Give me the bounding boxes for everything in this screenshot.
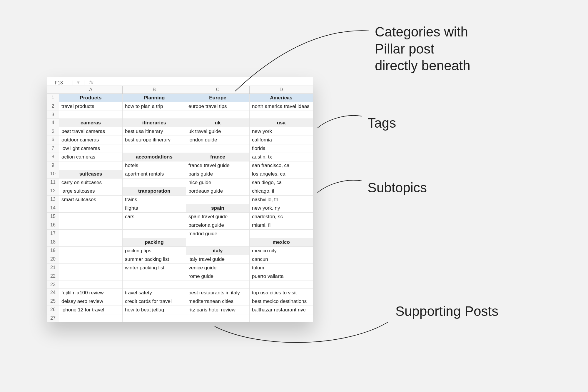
row-number[interactable]: 22 — [47, 272, 59, 281]
cell[interactable] — [123, 272, 186, 281]
cell[interactable]: balthazar restaurant nyc — [250, 306, 313, 314]
row-number[interactable]: 9 — [47, 161, 59, 170]
cell[interactable]: best travel cameras — [59, 127, 123, 136]
row-number[interactable]: 6 — [47, 136, 59, 144]
cell[interactable]: suitcases — [59, 170, 123, 178]
cell[interactable] — [186, 281, 250, 288]
cell[interactable]: north america travel ideas — [250, 102, 313, 111]
cell[interactable] — [186, 111, 250, 119]
row-number[interactable]: 16 — [47, 221, 59, 229]
row-number[interactable]: 8 — [47, 153, 59, 161]
cell[interactable]: cameras — [59, 119, 123, 127]
row-number[interactable]: 17 — [47, 230, 59, 238]
row-number[interactable]: 19 — [47, 247, 59, 255]
cell[interactable]: nice guide — [186, 179, 250, 187]
cell[interactable]: los angeles, ca — [250, 170, 313, 178]
cell[interactable]: miami, fl — [250, 221, 313, 229]
cell[interactable]: mexico city — [250, 247, 313, 255]
cell[interactable]: france — [186, 153, 250, 161]
cell[interactable]: Europe — [186, 94, 250, 102]
row-number[interactable]: 14 — [47, 204, 59, 212]
col-header-a[interactable]: A — [59, 86, 123, 94]
cell[interactable]: florida — [250, 144, 313, 153]
cell[interactable]: mexico — [250, 238, 313, 246]
cell[interactable]: transporation — [123, 187, 186, 195]
row-number[interactable]: 26 — [47, 306, 59, 314]
row-number[interactable]: 7 — [47, 144, 59, 153]
cell[interactable]: nashville, tn — [250, 196, 313, 204]
cell[interactable] — [59, 230, 123, 238]
cell[interactable] — [59, 264, 123, 272]
row-number[interactable]: 27 — [47, 314, 59, 322]
row-number[interactable]: 1 — [47, 94, 59, 102]
row-number[interactable]: 2 — [47, 102, 59, 111]
cell[interactable] — [123, 281, 186, 288]
cell[interactable]: ritz paris hotel review — [186, 306, 250, 314]
cell[interactable]: uk — [186, 119, 250, 127]
cell[interactable]: carry on suitcases — [59, 179, 123, 187]
cell[interactable] — [59, 213, 123, 221]
cell[interactable]: mediterranean cities — [186, 297, 250, 306]
cell[interactable]: usa — [250, 119, 313, 127]
cell[interactable]: travel products — [59, 102, 123, 111]
cell[interactable]: how to beat jetlag — [123, 306, 186, 314]
cell[interactable] — [59, 255, 123, 263]
cell[interactable]: flights — [123, 204, 186, 212]
cell[interactable]: credit cards for travel — [123, 297, 186, 306]
cell[interactable]: europe travel tips — [186, 102, 250, 111]
cell[interactable]: tulum — [250, 264, 313, 272]
cell[interactable] — [59, 161, 123, 170]
cell[interactable] — [250, 281, 313, 288]
cell[interactable] — [59, 111, 123, 119]
cell[interactable]: packing — [123, 238, 186, 246]
cell[interactable]: barcelona guide — [186, 221, 250, 229]
cell[interactable] — [123, 230, 186, 238]
cell[interactable] — [186, 196, 250, 204]
row-number[interactable]: 20 — [47, 255, 59, 263]
cell[interactable]: apartment rentals — [123, 170, 186, 178]
cell[interactable]: italy — [186, 247, 250, 255]
cell[interactable]: itineraries — [123, 119, 186, 127]
cell[interactable]: low light cameras — [59, 144, 123, 153]
cell[interactable]: delsey aero review — [59, 297, 123, 306]
cell[interactable]: outdoor cameras — [59, 136, 123, 144]
cell[interactable]: san diego, ca — [250, 179, 313, 187]
cell[interactable]: how to plan a trip — [123, 102, 186, 111]
cell[interactable]: Products — [59, 94, 123, 102]
cell[interactable]: spain travel guide — [186, 213, 250, 221]
cell[interactable] — [59, 314, 123, 322]
row-number[interactable]: 3 — [47, 111, 59, 119]
cell[interactable]: best restaurants in italy — [186, 289, 250, 297]
cell[interactable] — [123, 179, 186, 187]
cell[interactable]: rome guide — [186, 272, 250, 281]
row-number[interactable]: 12 — [47, 187, 59, 195]
cell[interactable]: california — [250, 136, 313, 144]
cell[interactable] — [186, 238, 250, 246]
cell[interactable]: hotels — [123, 161, 186, 170]
cell[interactable]: packing tips — [123, 247, 186, 255]
cell[interactable] — [123, 221, 186, 229]
cell[interactable]: top usa cities to visit — [250, 289, 313, 297]
cell[interactable]: Planning — [123, 94, 186, 102]
cell[interactable] — [59, 247, 123, 255]
cell[interactable]: fujifilm x100 review — [59, 289, 123, 297]
cell[interactable]: winter packing list — [123, 264, 186, 272]
cell[interactable]: best mexico destinations — [250, 297, 313, 306]
cell[interactable] — [59, 204, 123, 212]
row-number[interactable]: 25 — [47, 297, 59, 306]
cell[interactable]: trains — [123, 196, 186, 204]
cell[interactable]: new york — [250, 127, 313, 136]
row-number[interactable]: 18 — [47, 238, 59, 246]
row-number[interactable]: 5 — [47, 127, 59, 136]
row-number[interactable]: 11 — [47, 179, 59, 187]
cell[interactable]: best usa itinerary — [123, 127, 186, 136]
cell[interactable]: accomodations — [123, 153, 186, 161]
cell[interactable]: action cameras — [59, 153, 123, 161]
cell[interactable]: venice guide — [186, 264, 250, 272]
row-number[interactable]: 24 — [47, 289, 59, 297]
cell[interactable]: italy travel guide — [186, 255, 250, 263]
row-number[interactable]: 15 — [47, 213, 59, 221]
cell[interactable]: puerto vallarta — [250, 272, 313, 281]
cell[interactable]: cancun — [250, 255, 313, 263]
cell[interactable]: madrid guide — [186, 230, 250, 238]
